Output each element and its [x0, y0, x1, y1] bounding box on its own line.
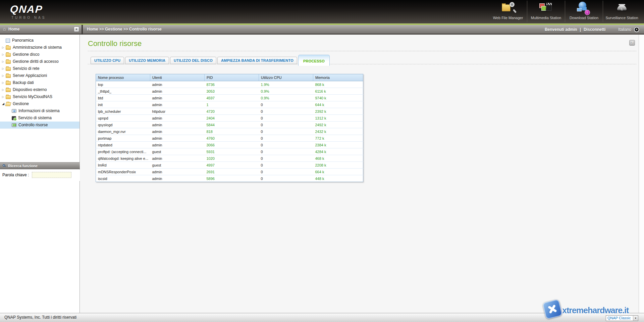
cell-nome-processo: portmap [96, 135, 150, 142]
folder-icon [6, 88, 11, 92]
table-row[interactable]: upnpdadmin240401312 k [96, 115, 363, 122]
cell-nome-processo: init [96, 101, 150, 108]
sidebar-collapse-button[interactable]: « [74, 27, 79, 32]
sidebar-item-label: Servizio di rete [13, 65, 39, 72]
help-button[interactable]: ? [629, 40, 635, 46]
table-row[interactable]: ntpdatedadmin306602384 k [96, 142, 363, 148]
tab-processo[interactable]: PROCESSO [298, 55, 330, 66]
cell-utilizzo-cpu: 0 [259, 122, 313, 128]
cell-utenti: httpdusr [150, 108, 205, 115]
tree-collapsed-icon[interactable]: ▷ [2, 72, 6, 79]
cell-utenti: admin [150, 122, 205, 128]
sidebar-header: ⌂ Home « [0, 25, 82, 35]
cell-utilizzo-cpu: 0 [259, 128, 313, 135]
cell-memoria: 1312 k [313, 115, 363, 122]
xtremehardware-watermark: xtremehardware.it [541, 298, 641, 320]
breadcrumb[interactable]: Home >> Gestione >> Controllo risorse [87, 27, 162, 32]
tree-collapsed-icon[interactable]: ▷ [2, 51, 6, 58]
column-header-utilizzo-cpu: Utilizzo CPU [259, 74, 313, 81]
table-row[interactable]: daemon_mgr.nvradmin81802432 k [96, 128, 363, 135]
sidebar-item-gestione-diritti-di-accesso[interactable]: ▷Gestione diritti di accesso [0, 58, 79, 65]
language-dropdown-button[interactable]: ▼ [634, 27, 639, 32]
table-row[interactable]: btdadmin45970.9%9740 k [96, 95, 363, 101]
sidebar-item-informazioni-di-sistema[interactable]: Informazioni di sistema [0, 107, 79, 114]
logout-link[interactable]: Disconnetti [584, 27, 605, 32]
sidebar-item-servizio-di-rete[interactable]: ▷Servizio di rete [0, 65, 79, 72]
table-row[interactable]: portmapadmin47600772 k [96, 135, 363, 142]
turbo-nas-label: TURBO NAS [11, 16, 46, 19]
table-row[interactable]: lmRdguest499702208 k [96, 162, 363, 169]
cell-utenti: admin [150, 155, 205, 162]
cell-utenti: admin [150, 142, 205, 148]
folder-icon [6, 46, 11, 50]
sidebar-item-panoramica[interactable]: Panoramica [0, 37, 79, 44]
app-shortcut-label: Web File Manager [489, 16, 527, 20]
tab-bar: UTILIZZO CPUUTILIZZO MEMORIAUTILIZZO DEL… [91, 54, 330, 66]
cell-pid: 3066 [205, 142, 259, 148]
cell-memoria: 2384 k [313, 142, 363, 148]
sidebar-item-amministrazione-di-sistema[interactable]: ▷Amministrazione di sistema [0, 44, 79, 51]
cell-pid: 5844 [205, 122, 259, 128]
app-shortcut-label: Download Station [565, 16, 603, 20]
cell-nome-processo: iscsid [96, 175, 150, 182]
title-separator [88, 51, 636, 51]
sidebar-item-gestione[interactable]: ◢Gestione [0, 100, 79, 107]
sidebar-item-backup-dati[interactable]: ▷Backup dati [0, 79, 79, 86]
sidebar-item-gestione-disco[interactable]: ▷Gestione disco [0, 51, 79, 58]
table-row[interactable]: qsyslogdadmin584402492 k [96, 122, 363, 128]
cell-pid: 2404 [205, 115, 259, 122]
app-shortcut-web-file-manager[interactable]: Web File Manager [489, 1, 527, 22]
cell-utilizzo-cpu: 0 [259, 135, 313, 142]
tree-collapsed-icon[interactable]: ▷ [2, 79, 6, 86]
table-row[interactable]: lpb_schedulerhttpdusr472002392 k [96, 108, 363, 115]
cell-pid: 1 [205, 101, 259, 108]
sidebar-item-label: Gestione [13, 100, 29, 107]
function-search-title: Ricerca funzione [8, 164, 38, 168]
copyright-text: QNAP Systems, Inc. Tutti i diritti riser… [4, 315, 76, 320]
table-row[interactable]: mDNSResponderPosixadmin26910664 k [96, 169, 363, 175]
tab-utilizzo-del-disco[interactable]: UTILIZZO DEL DISCO [170, 57, 216, 64]
keyword-label: Parola chiave : [2, 173, 29, 177]
table-row[interactable]: iscsidadmin58960448 k [96, 175, 363, 182]
tab-ampiezza-banda-di-trasferimento[interactable]: AMPIEZZA BANDA DI TRASFERIMENTO [217, 57, 297, 64]
cell-nome-processo: ntpdated [96, 142, 150, 148]
tree-collapsed-icon[interactable]: ▷ [2, 86, 6, 93]
table-row[interactable]: initadmin10644 k [96, 101, 363, 108]
sidebar-item-servizio-mycloudnas[interactable]: ▷Servizio MyCloudNAS [0, 93, 79, 100]
cell-pid: 4760 [205, 135, 259, 142]
app-shortcut-download-station[interactable]: Download Station [565, 1, 603, 22]
cell-utenti: admin [150, 169, 205, 175]
sidebar-item-dispositivo-esterno[interactable]: ▷Dispositivo esterno [0, 86, 79, 93]
app-shortcut-surveillance-station[interactable]: Surveillance Station [603, 1, 641, 22]
sidebar-item-label: Servizio di sistema [18, 114, 52, 122]
tree-collapsed-icon[interactable]: ▷ [2, 58, 6, 65]
app-shortcut-multimedia-station[interactable]: Multimedia Station [527, 1, 565, 22]
sidebar-item-label: Gestione diritti di accesso [13, 58, 59, 65]
tree-collapsed-icon[interactable]: ▷ [2, 93, 6, 100]
cell-utilizzo-cpu: 0 [259, 142, 313, 148]
sidebar-item-controllo-risorse[interactable]: Controllo risorse [0, 122, 79, 129]
cell-utilizzo-cpu: 0 [259, 108, 313, 115]
tab-utilizzo-cpu[interactable]: UTILIZZO CPU [91, 57, 124, 64]
cell-pid: 3053 [205, 88, 259, 95]
tree-expanded-icon[interactable]: ◢ [2, 100, 6, 107]
tab-utilizzo-memoria[interactable]: UTILIZZO MEMORIA [125, 57, 169, 64]
cell-memoria: 2208 k [313, 162, 363, 169]
sidebar-item-servizio-di-sistema[interactable]: Servizio di sistema [0, 114, 79, 122]
cell-memoria: 9740 k [313, 95, 363, 101]
sidebar-item-label: Dispositivo esterno [13, 86, 47, 93]
column-header-utenti: Utenti [150, 74, 205, 81]
scroll-track[interactable] [639, 35, 644, 313]
cell-utilizzo-cpu: 0 [259, 175, 313, 182]
sidebar-item-label: Informazioni di sistema [18, 107, 60, 114]
table-row[interactable]: _thttpd_admin30530.9%6116 k [96, 88, 363, 95]
table-row[interactable]: proftpd: (accepting connecti...guest5931… [96, 148, 363, 155]
table-row[interactable]: topadmin87361.9%868 k [96, 81, 363, 88]
search-icon [3, 164, 5, 167]
cell-nome-processo: top [96, 81, 150, 88]
tree-collapsed-icon[interactable]: ▷ [2, 65, 6, 72]
tree-collapsed-icon[interactable]: ▷ [2, 44, 6, 51]
sidebar-item-server-applicazioni[interactable]: ▷Server Applicazioni [0, 72, 79, 79]
table-row[interactable]: qWatcodogd: keeping alive e...admin10200… [96, 155, 363, 162]
keyword-input[interactable] [32, 172, 71, 178]
